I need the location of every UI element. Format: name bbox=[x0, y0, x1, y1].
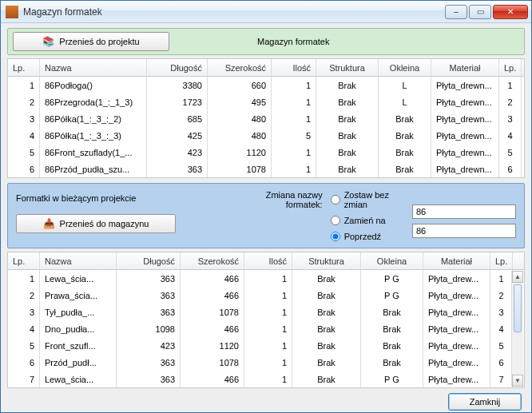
cell-lp2: 3 bbox=[499, 110, 522, 127]
titlebar[interactable]: Magazyn formatek – ▭ ✕ bbox=[1, 1, 531, 23]
cell-material: Płyta_drewn... bbox=[431, 127, 499, 144]
window-title: Magazyn formatek bbox=[23, 6, 443, 18]
col-struktura[interactable]: Struktura bbox=[292, 252, 361, 269]
table-row[interactable]: 4Dno_pudła...10984661BrakBrakPłyta_drew.… bbox=[8, 320, 524, 337]
minimize-button[interactable]: – bbox=[445, 5, 467, 19]
table-row[interactable]: 3Tył_pudła_...36310781BrakBrakPłyta_drew… bbox=[8, 304, 524, 320]
cell-struktura: Brak bbox=[316, 127, 379, 144]
cell-lp2: 3 bbox=[490, 304, 513, 320]
cell-szerokosc: 1078 bbox=[181, 354, 244, 371]
col-nazwa[interactable]: Nazwa bbox=[40, 252, 117, 269]
cell-dlugosc: 363 bbox=[147, 161, 208, 177]
table-row[interactable]: 7Lewa_ścia...3634661BrakP GPłyta_drew...… bbox=[8, 371, 524, 387]
col-material[interactable]: Materiał bbox=[423, 252, 490, 269]
col-szerokosc[interactable]: Szerokość bbox=[208, 59, 272, 76]
radio-prefix[interactable]: Poprzedź bbox=[331, 232, 404, 241]
cell-ilosc: 5 bbox=[272, 127, 316, 144]
table-row[interactable]: 6Przód_pudł...36310781BrakBrakPłyta_drew… bbox=[8, 354, 524, 371]
scroll-up-button[interactable]: ▲ bbox=[512, 271, 523, 283]
move-to-warehouse-button[interactable]: 📥 Przenieś do magazynu bbox=[16, 214, 176, 233]
col-lp2[interactable]: Lp. bbox=[499, 59, 522, 76]
radio-leave-input[interactable] bbox=[331, 195, 340, 205]
col-dlugosc[interactable]: Długość bbox=[117, 252, 181, 269]
radio-replace-input[interactable] bbox=[331, 216, 340, 225]
table-row[interactable]: 5Front_szufl...42311201BrakBrakPłyta_dre… bbox=[8, 337, 524, 354]
radio-replace[interactable]: Zamień na bbox=[331, 216, 404, 225]
col-lp2[interactable]: Lp. bbox=[490, 252, 513, 269]
cell-material: Płyta_drew... bbox=[423, 320, 490, 337]
col-ilosc[interactable]: Ilość bbox=[272, 59, 316, 76]
books-icon: 📚 bbox=[42, 36, 54, 47]
cell-okleina: Brak bbox=[361, 320, 423, 337]
cell-material: Płyta_drewn... bbox=[431, 161, 499, 177]
vertical-scrollbar[interactable]: ▲ ▼ bbox=[511, 271, 523, 387]
project-grid: Lp. Nazwa Długość Szerokość Ilość Strukt… bbox=[7, 252, 525, 388]
cell-nazwa: Tył_pudła_... bbox=[40, 304, 117, 320]
cell-szerokosc: 660 bbox=[208, 77, 272, 93]
cell-dlugosc: 363 bbox=[117, 287, 181, 304]
table-row[interactable]: 486Półka(1_:_3_:_3)4254805BrakBrakPłyta_… bbox=[8, 127, 524, 144]
col-material[interactable]: Materiał bbox=[431, 59, 499, 76]
cell-dlugosc: 363 bbox=[117, 304, 181, 320]
prefix-text-input[interactable] bbox=[412, 224, 516, 238]
cell-szerokosc: 466 bbox=[181, 371, 244, 387]
middle-panel: Formatki w bieżącym projekcie 📥 Przenieś… bbox=[7, 183, 525, 248]
col-szerokosc[interactable]: Szerokość bbox=[181, 252, 244, 269]
col-nazwa[interactable]: Nazwa bbox=[40, 59, 147, 76]
table-row[interactable]: 686Przód_pudła_szu...36310781BrakBrakPły… bbox=[8, 161, 524, 177]
cell-okleina: Brak bbox=[361, 304, 423, 320]
col-ilosc[interactable]: Ilość bbox=[244, 252, 292, 269]
cell-szerokosc: 466 bbox=[181, 320, 244, 337]
move-to-project-button[interactable]: 📚 Przenieś do projektu bbox=[13, 32, 169, 51]
col-okleina[interactable]: Okleina bbox=[379, 59, 431, 76]
cell-material: Płyta_drew... bbox=[423, 371, 490, 387]
table-row[interactable]: 2Prawa_ścia...3634661BrakP GPłyta_drew..… bbox=[8, 287, 524, 304]
scroll-down-button[interactable]: ▼ bbox=[512, 375, 523, 387]
col-lp[interactable]: Lp. bbox=[8, 59, 40, 76]
table-row[interactable]: 186Podłoga()33806601BrakLPłyta_drewn...1 bbox=[8, 77, 524, 93]
warehouse-grid: Lp. Nazwa Długość Szerokość Ilość Strukt… bbox=[7, 58, 525, 178]
cell-ilosc: 1 bbox=[244, 287, 292, 304]
cell-lp2: 1 bbox=[499, 77, 522, 93]
cell-struktura: Brak bbox=[292, 304, 361, 320]
cell-material: Płyta_drewn... bbox=[431, 110, 499, 127]
col-okleina[interactable]: Okleina bbox=[361, 252, 423, 269]
cell-lp: 1 bbox=[8, 77, 40, 93]
cell-dlugosc: 685 bbox=[147, 110, 208, 127]
col-lp[interactable]: Lp. bbox=[8, 252, 40, 269]
radio-prefix-input[interactable] bbox=[331, 232, 340, 241]
col-struktura[interactable]: Struktura bbox=[316, 59, 379, 76]
current-project-label: Formatki w bieżącym projekcie bbox=[16, 190, 208, 203]
table-row[interactable]: 386Półka(1_:_3_:_2)6854801BrakBrakPłyta_… bbox=[8, 110, 524, 127]
cell-ilosc: 1 bbox=[244, 304, 292, 320]
maximize-button[interactable]: ▭ bbox=[469, 5, 491, 19]
cell-nazwa: Lewa_ścia... bbox=[40, 270, 117, 287]
cell-lp: 5 bbox=[8, 337, 40, 354]
warehouse-grid-header[interactable]: Lp. Nazwa Długość Szerokość Ilość Strukt… bbox=[8, 59, 524, 77]
cell-struktura: Brak bbox=[316, 144, 379, 161]
cell-okleina: Brak bbox=[379, 110, 431, 127]
table-row[interactable]: 586Front_szuflady(1_...42311201BrakBrakP… bbox=[8, 144, 524, 161]
scrollbar-thumb[interactable] bbox=[514, 284, 522, 332]
close-button[interactable]: Zamknij bbox=[448, 393, 522, 411]
cell-dlugosc: 363 bbox=[117, 270, 181, 287]
table-row[interactable]: 286Przegroda(1_:_1_3)17234951BrakLPłyta_… bbox=[8, 93, 524, 110]
cell-nazwa: Front_szufl... bbox=[40, 337, 117, 354]
move-to-project-label: Przenieś do projektu bbox=[59, 37, 139, 46]
cell-lp: 2 bbox=[8, 287, 40, 304]
cell-lp2: 6 bbox=[490, 354, 513, 371]
cell-dlugosc: 1723 bbox=[147, 93, 208, 110]
cell-lp2: 2 bbox=[499, 93, 522, 110]
col-dlugosc[interactable]: Długość bbox=[147, 59, 208, 76]
radio-leave[interactable]: Zostaw bez zmian bbox=[331, 190, 404, 209]
cell-szerokosc: 1078 bbox=[181, 304, 244, 320]
replace-text-input[interactable] bbox=[412, 205, 516, 219]
table-row[interactable]: 1Lewa_ścia...3634661BrakP GPłyta_drew...… bbox=[8, 270, 524, 287]
cell-szerokosc: 466 bbox=[181, 287, 244, 304]
top-panel: 📚 Przenieś do projektu Magazyn formatek bbox=[7, 28, 525, 55]
cell-lp2: 4 bbox=[490, 320, 513, 337]
close-window-button[interactable]: ✕ bbox=[493, 5, 528, 19]
project-grid-header[interactable]: Lp. Nazwa Długość Szerokość Ilość Strukt… bbox=[8, 252, 524, 270]
tray-icon: 📥 bbox=[43, 218, 55, 229]
cell-szerokosc: 1120 bbox=[208, 144, 272, 161]
